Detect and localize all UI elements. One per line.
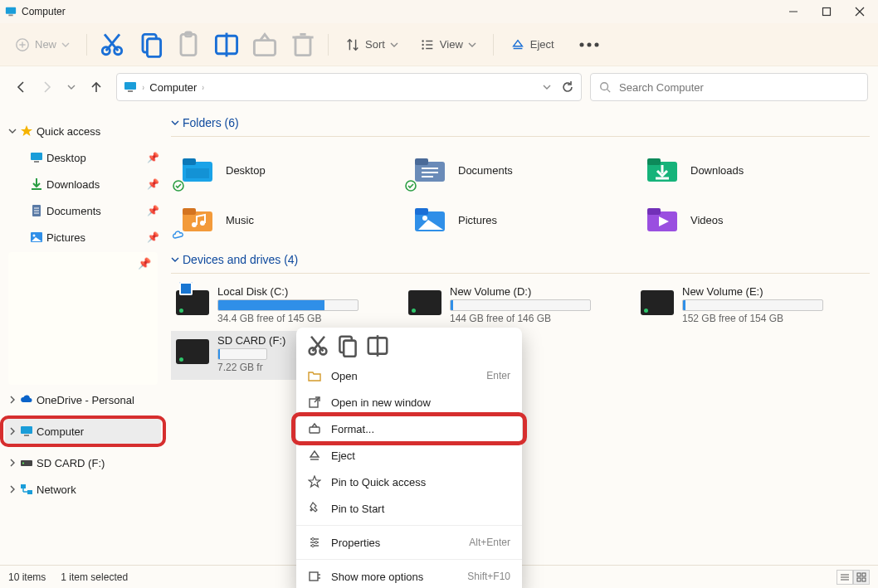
sidebar-item-label: Documents: [46, 205, 144, 217]
new-label: New: [35, 38, 56, 51]
view-mode-toggle[interactable]: [837, 570, 870, 585]
close-button[interactable]: [843, 2, 876, 22]
sidebar-item-label: OneDrive - Personal: [37, 394, 166, 406]
ctx-label: Show more options: [331, 571, 457, 583]
search-input[interactable]: [617, 80, 859, 95]
copy-button[interactable]: [135, 32, 165, 58]
cut-button[interactable]: [97, 32, 127, 58]
drive-stat: 152 GB free of 154 GB: [682, 313, 865, 324]
recent-button[interactable]: [60, 75, 83, 99]
command-bar: New Sort View Eject: [0, 23, 878, 66]
drive-icon: [408, 290, 441, 315]
folder-name: Downloads: [690, 164, 744, 177]
details-view-button[interactable]: [837, 570, 853, 585]
svg-line-41: [607, 90, 611, 93]
svg-rect-3: [823, 8, 831, 16]
folder-pictures[interactable]: Pictures: [403, 195, 636, 245]
svg-rect-21: [295, 37, 310, 56]
folder-downloads[interactable]: Downloads: [636, 145, 868, 195]
ctx-show-more[interactable]: Show more options Shift+F10: [296, 563, 522, 588]
svg-rect-20: [254, 40, 275, 55]
sort-label: Sort: [365, 38, 385, 51]
paste-button[interactable]: [173, 32, 203, 58]
content-pane: Folders (6) Desktop Documents: [166, 108, 878, 565]
sidebar-item-documents[interactable]: Documents 📌: [0, 197, 166, 224]
up-button[interactable]: [85, 75, 108, 99]
minimize-button[interactable]: [777, 2, 810, 22]
status-item-count: 10 items: [8, 571, 46, 583]
drive-c[interactable]: Local Disk (C:) 34.4 GB free of 145 GB: [171, 282, 403, 331]
section-header-folders[interactable]: Folders (6): [171, 113, 870, 136]
svg-rect-83: [647, 208, 661, 215]
drive-stat: 34.4 GB free of 145 GB: [217, 313, 400, 324]
svg-rect-38: [124, 82, 136, 90]
ctx-pin-quick-access[interactable]: Pin to Quick access: [296, 469, 522, 495]
context-menu-actions: [296, 333, 522, 362]
rename-button[interactable]: [212, 32, 241, 58]
folder-icon: [644, 152, 680, 188]
sidebar-onedrive[interactable]: OneDrive - Personal: [0, 386, 166, 413]
ctx-label: Open: [331, 370, 476, 382]
svg-rect-0: [6, 7, 16, 14]
sidebar-item-downloads[interactable]: Downloads 📌: [0, 171, 166, 197]
folder-icon: [179, 202, 216, 238]
ctx-properties[interactable]: Properties Alt+Enter: [296, 529, 522, 556]
svg-rect-44: [34, 161, 39, 163]
drive-e[interactable]: New Volume (E:) 152 GB free of 154 GB: [636, 282, 868, 331]
context-menu: Open Enter Open in new window Format... …: [296, 328, 522, 588]
drive-d[interactable]: New Volume (D:) 144 GB free of 146 GB: [403, 282, 636, 331]
ctx-rename-button[interactable]: [364, 334, 391, 357]
sidebar-sdcard[interactable]: SD CARD (F:): [0, 450, 166, 476]
folder-documents[interactable]: Documents: [403, 145, 636, 195]
svg-point-40: [601, 83, 608, 90]
svg-point-103: [315, 542, 318, 544]
pin-icon: 📌: [147, 205, 159, 216]
more-button[interactable]: [574, 32, 604, 58]
status-selection: 1 item selected: [61, 571, 128, 583]
sort-button[interactable]: Sort: [339, 32, 405, 58]
eject-button[interactable]: Eject: [504, 32, 561, 58]
view-button[interactable]: View: [413, 32, 483, 58]
chevron-down-icon: [8, 127, 17, 135]
annotation-highlight: [291, 412, 527, 445]
svg-rect-57: [21, 484, 26, 488]
sidebar-quick-access[interactable]: Quick access: [0, 118, 166, 144]
sidebar-item-label: Computer: [37, 425, 161, 438]
svg-rect-67: [415, 158, 428, 165]
drive-capacity-bar: [217, 348, 267, 360]
thumbnail-view-button[interactable]: [853, 570, 870, 585]
search-box[interactable]: [590, 73, 868, 101]
pictures-icon: [30, 231, 43, 244]
back-button[interactable]: [10, 75, 33, 99]
sidebar-network[interactable]: Network: [0, 476, 166, 503]
share-button[interactable]: [250, 32, 280, 58]
breadcrumb-root[interactable]: Computer: [149, 81, 197, 94]
folder-music[interactable]: Music: [171, 195, 403, 245]
refresh-button[interactable]: [561, 80, 574, 94]
svg-rect-113: [862, 573, 866, 576]
ctx-label: Pin to Quick access: [331, 476, 510, 488]
ctx-open[interactable]: Open Enter: [296, 362, 522, 389]
ctx-eject[interactable]: Eject: [296, 442, 522, 469]
section-header-drives[interactable]: Devices and drives (4): [171, 250, 870, 273]
chevron-down-icon[interactable]: [543, 83, 551, 91]
new-button[interactable]: New: [8, 32, 76, 58]
sidebar-computer[interactable]: Computer: [5, 418, 161, 445]
maximize-button[interactable]: [810, 2, 843, 22]
delete-button[interactable]: [288, 32, 318, 58]
address-bar[interactable]: › Computer ›: [116, 73, 582, 101]
ctx-format[interactable]: Format...: [296, 415, 522, 442]
ctx-cut-button[interactable]: [305, 334, 331, 357]
computer-icon: [20, 425, 33, 438]
sidebar-item-desktop[interactable]: Desktop 📌: [0, 144, 166, 171]
document-icon: [30, 204, 43, 217]
ctx-copy-button[interactable]: [334, 334, 361, 357]
forward-button[interactable]: [35, 75, 58, 99]
folder-videos[interactable]: Videos: [636, 195, 868, 245]
ctx-pin-start[interactable]: Pin to Start: [296, 495, 522, 522]
chevron-down-icon: [468, 41, 476, 49]
chevron-right-icon: [8, 459, 17, 467]
svg-point-52: [33, 235, 36, 237]
sidebar-item-pictures[interactable]: Pictures 📌: [0, 224, 166, 250]
folder-desktop[interactable]: Desktop: [171, 145, 403, 195]
